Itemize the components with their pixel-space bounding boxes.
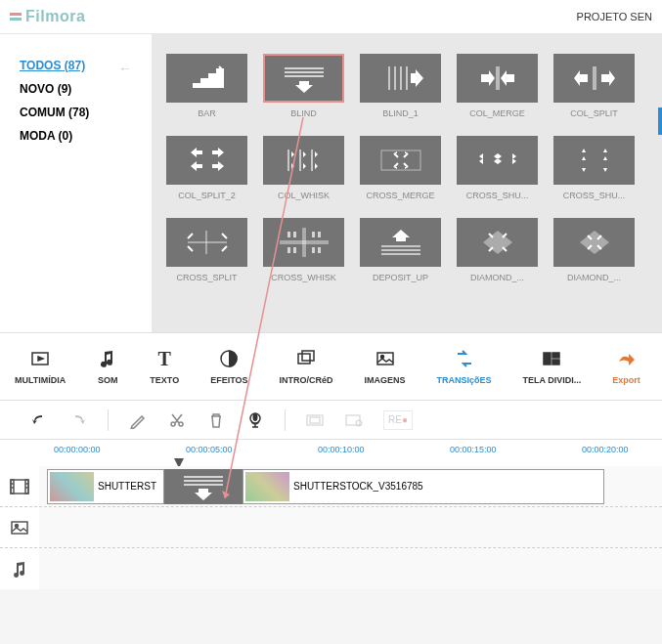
tab-effects[interactable]: EFEITOS — [210, 348, 247, 385]
category-sidebar: ← TODOS (87) NOVO (9) COMUM (78) MODA (0… — [0, 34, 152, 332]
svg-rect-9 — [400, 66, 402, 90]
svg-rect-57 — [184, 480, 223, 482]
main-area: ← TODOS (87) NOVO (9) COMUM (78) MODA (0… — [0, 34, 662, 332]
svg-rect-21 — [287, 232, 290, 237]
tab-intro[interactable]: INTRO/CRéD — [280, 348, 333, 385]
scroll-indicator[interactable] — [658, 107, 662, 135]
svg-rect-7 — [388, 66, 390, 90]
crop-button[interactable] — [305, 410, 325, 430]
svg-rect-40 — [552, 353, 559, 358]
svg-rect-51 — [25, 480, 28, 494]
svg-point-43 — [179, 422, 183, 426]
settings-button[interactable] — [344, 410, 364, 430]
svg-rect-24 — [318, 232, 321, 237]
transition-crossshu2[interactable]: CROSS_SHU... — [553, 136, 635, 200]
cut-button[interactable] — [167, 410, 187, 430]
intro-icon — [295, 348, 317, 369]
svg-rect-56 — [184, 476, 223, 478]
back-arrow-icon[interactable]: ← — [118, 61, 132, 76]
svg-rect-41 — [552, 360, 559, 365]
header-bar: Filmora PROJETO SEN — [0, 0, 662, 34]
transition-bar[interactable]: BAR — [166, 54, 247, 118]
transitions-grid: BAR BLIND BLIND_1 COL_MERGE COL_SPLIT — [152, 34, 662, 332]
time-ruler[interactable]: 00:00:00:00 00:00:05:00 00:00:10:00 00:0… — [0, 445, 662, 466]
media-icon — [29, 348, 51, 369]
svg-rect-6 — [285, 75, 324, 77]
video-track-icon — [0, 478, 39, 495]
video-clip-1[interactable]: SHUTTERST — [47, 469, 164, 504]
svg-rect-27 — [312, 247, 315, 253]
svg-rect-59 — [12, 522, 27, 534]
text-icon: T — [154, 348, 175, 369]
tab-multimedia[interactable]: MULTIMÍDIA — [15, 348, 66, 385]
svg-point-44 — [253, 413, 258, 421]
transition-colwhisk[interactable]: COL_WHISK — [263, 136, 344, 200]
voiceover-button[interactable] — [245, 410, 265, 430]
svg-rect-2 — [208, 73, 216, 88]
effects-icon — [218, 348, 240, 369]
split-icon — [541, 348, 562, 369]
svg-point-42 — [171, 422, 175, 426]
transition-colmerge[interactable]: COL_MERGE — [457, 54, 538, 118]
tabs-bar: MULTIMÍDIA SOM T TEXTO EFEITOS INTRO/CRé… — [0, 332, 662, 401]
svg-rect-31 — [381, 253, 420, 255]
svg-rect-10 — [406, 66, 408, 90]
svg-rect-39 — [544, 353, 551, 365]
svg-rect-25 — [287, 247, 290, 253]
sidebar-item-novo[interactable]: NOVO (9) — [20, 82, 152, 96]
transition-blind1[interactable]: BLIND_1 — [360, 54, 441, 118]
transition-colsplit[interactable]: COL_SPLIT — [553, 54, 635, 118]
music-icon — [97, 348, 118, 369]
svg-rect-58 — [184, 484, 223, 486]
image-track-icon — [0, 520, 39, 536]
svg-rect-35 — [298, 354, 310, 364]
tab-transitions[interactable]: TRANSIçõES — [437, 348, 492, 385]
tab-text[interactable]: T TEXTO — [150, 348, 179, 385]
image-track[interactable] — [0, 507, 662, 548]
transition-clip[interactable] — [164, 469, 243, 504]
svg-rect-26 — [293, 247, 296, 253]
transition-crossshu1[interactable]: CROSS_SHU... — [457, 136, 538, 200]
svg-point-38 — [380, 356, 383, 359]
edit-button[interactable] — [128, 410, 148, 430]
transition-diamond1[interactable]: DIAMOND_... — [457, 218, 538, 282]
svg-point-60 — [16, 524, 19, 527]
sidebar-item-comum[interactable]: COMUM (78) — [20, 106, 152, 119]
timeline: 00:00:00:00 00:00:05:00 00:00:10:00 00:0… — [0, 440, 662, 589]
svg-rect-16 — [381, 150, 420, 170]
sidebar-item-moda[interactable]: MODA (0) — [20, 129, 152, 143]
transition-diamond2[interactable]: DIAMOND_... — [553, 218, 635, 282]
transition-crossmerge[interactable]: CROSS_MERGE — [360, 136, 441, 200]
svg-rect-36 — [302, 351, 314, 361]
redo-button[interactable] — [68, 410, 88, 430]
video-track[interactable]: SHUTTERST SHUTTERSTOCK_V3516785 — [0, 466, 662, 507]
svg-rect-50 — [11, 480, 14, 494]
logo-text: Filmora — [25, 8, 85, 25]
record-button[interactable]: RE● — [383, 410, 413, 430]
svg-rect-11 — [496, 66, 500, 90]
svg-rect-22 — [293, 232, 296, 237]
tab-sound[interactable]: SOM — [97, 348, 118, 385]
svg-rect-15 — [311, 150, 313, 171]
transitions-icon — [454, 348, 475, 369]
audio-track[interactable] — [0, 548, 662, 589]
svg-rect-46 — [310, 417, 320, 423]
svg-rect-8 — [394, 66, 396, 90]
svg-rect-18 — [188, 241, 227, 243]
video-clip-2[interactable]: SHUTTERSTOCK_V3516785 — [243, 469, 604, 504]
tab-splitscreen[interactable]: TELA DIVIDI... — [523, 348, 582, 385]
svg-rect-1 — [200, 78, 208, 88]
transition-blind[interactable]: BLIND — [263, 54, 344, 118]
transition-crosssplit[interactable]: CROSS_SPLIT — [166, 218, 247, 282]
svg-rect-12 — [593, 66, 596, 90]
transition-depositup[interactable]: DEPOSIT_UP — [360, 218, 441, 282]
svg-rect-23 — [312, 232, 315, 237]
transition-colsplit2[interactable]: COL_SPLIT_2 — [166, 136, 247, 200]
undo-button[interactable] — [29, 410, 49, 430]
tab-export[interactable]: Export — [612, 348, 640, 385]
svg-rect-30 — [381, 249, 420, 251]
tab-images[interactable]: IMAGENS — [365, 348, 406, 385]
transition-crosswhisk[interactable]: CROSS_WHISK — [263, 218, 344, 282]
timeline-toolbar: RE● — [0, 401, 662, 440]
delete-button[interactable] — [206, 410, 226, 430]
